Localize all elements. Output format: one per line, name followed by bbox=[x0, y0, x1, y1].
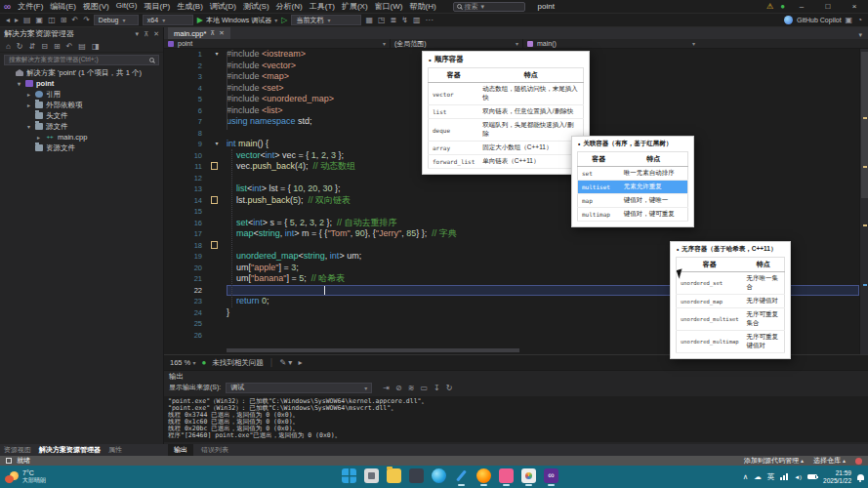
fold-margin[interactable] bbox=[207, 251, 227, 263]
table-row[interactable]: list双向链表，任意位置插入/删除快 bbox=[429, 105, 584, 119]
menu-item[interactable]: 文件(F) bbox=[18, 1, 43, 12]
volume-icon[interactable]: ◄) bbox=[794, 474, 802, 480]
vertical-scrollbar[interactable] bbox=[859, 49, 868, 354]
tree-item-资源文件[interactable]: 资源文件 bbox=[0, 142, 163, 153]
fold-margin[interactable] bbox=[207, 105, 227, 117]
pin-icon[interactable]: ⊼ bbox=[144, 30, 148, 38]
dark-app-icon[interactable] bbox=[409, 468, 424, 483]
table-row[interactable]: unordered_map无序键值对 bbox=[677, 295, 785, 308]
navigate-forward-icon[interactable]: ▸ bbox=[15, 16, 19, 25]
table-row[interactable]: forward_list单向链表（C++11） bbox=[429, 155, 584, 169]
weather-widget[interactable]: 7°C 大部晴朗 bbox=[0, 469, 46, 483]
project-dropdown[interactable]: point ▾ bbox=[164, 39, 391, 48]
redo-icon[interactable]: ↷ bbox=[83, 16, 90, 25]
pink-app-icon[interactable] bbox=[499, 468, 514, 483]
onedrive-icon[interactable]: ☁ bbox=[754, 472, 762, 482]
member-dropdown[interactable]: main() ▾ bbox=[523, 39, 699, 48]
fold-margin[interactable] bbox=[207, 150, 227, 162]
tab-overflow-icon[interactable]: ▾ bbox=[858, 31, 862, 39]
save-all-icon[interactable]: ⊞ bbox=[61, 16, 67, 25]
tree-item-外部依赖项[interactable]: ▸外部依赖项 bbox=[0, 100, 163, 110]
more-icon[interactable]: ⋯ bbox=[426, 16, 434, 25]
table-row[interactable]: unordered_multiset无序可重复集合 bbox=[677, 308, 785, 331]
output-log[interactable]: "point.exe"（Win32）: 已加载"C:\Windows\SysWO… bbox=[164, 396, 868, 442]
menu-item[interactable]: 扩展(X) bbox=[342, 1, 368, 12]
table-row[interactable]: multiset元素允许重复 bbox=[578, 181, 688, 194]
solution-explorer-search-input[interactable]: 搜索解决方案资源管理器(Ctrl+;) bbox=[4, 55, 159, 65]
table-row[interactable]: unordered_multimap无序可重复键值对 bbox=[677, 331, 785, 353]
live-share-icon[interactable]: ● bbox=[780, 2, 785, 11]
fold-margin[interactable] bbox=[207, 296, 227, 307]
breakpoints-icon[interactable]: ◳ bbox=[378, 16, 386, 25]
tab-属性[interactable]: 属性 bbox=[108, 445, 122, 455]
table-row[interactable]: array固定大小数组（C++11） bbox=[429, 142, 584, 155]
menu-item[interactable]: Git(G) bbox=[116, 1, 138, 12]
fold-margin[interactable] bbox=[207, 330, 227, 342]
share-icon[interactable]: ▣ bbox=[846, 16, 853, 25]
menu-item[interactable]: 生成(B) bbox=[177, 1, 203, 12]
table-row[interactable]: vector动态数组，随机访问快，末尾插入快 bbox=[429, 83, 584, 105]
fold-margin[interactable] bbox=[207, 83, 227, 95]
flash-icon[interactable]: ↯ bbox=[401, 16, 408, 25]
tab-资源视图[interactable]: 资源视图 bbox=[4, 445, 31, 455]
tree-expander-icon[interactable]: ▸ bbox=[35, 134, 42, 141]
wrap-icon[interactable]: ≋ bbox=[408, 384, 415, 392]
properties-icon[interactable]: ▤ bbox=[78, 42, 86, 51]
fold-margin[interactable] bbox=[207, 285, 227, 297]
tree-item-point[interactable]: ▾point bbox=[0, 78, 163, 89]
grid-icon[interactable]: ▥ bbox=[413, 16, 421, 25]
code-line-15[interactable]: 15 bbox=[164, 206, 859, 218]
pen-app-icon[interactable] bbox=[454, 468, 469, 483]
search-input[interactable]: 搜索 ▾ bbox=[453, 2, 525, 12]
tree-item-引用[interactable]: ▸引用 bbox=[0, 89, 163, 100]
table-row[interactable]: set唯一元素自动排序 bbox=[578, 167, 688, 181]
menu-item[interactable]: 视图(V) bbox=[83, 1, 109, 12]
minimize-button[interactable]: – bbox=[792, 2, 811, 11]
dock-icon[interactable]: ▾ bbox=[135, 30, 139, 38]
navigate-back-icon[interactable]: ◂ bbox=[6, 16, 10, 25]
refresh-icon[interactable]: ↻ bbox=[17, 42, 23, 51]
save-log-icon[interactable]: ↧ bbox=[434, 384, 440, 392]
start-debugging-button[interactable]: ▶ 本地 Windows 调试器 ▾ bbox=[197, 16, 277, 25]
file-explorer-icon[interactable] bbox=[387, 468, 401, 483]
menu-item[interactable]: 项目(P) bbox=[144, 1, 170, 12]
fold-margin[interactable] bbox=[207, 263, 227, 274]
close-tab-icon[interactable]: ✕ bbox=[219, 29, 224, 37]
edge-browser-icon[interactable] bbox=[432, 468, 446, 483]
menu-item[interactable]: 调试(D) bbox=[210, 1, 236, 12]
secondary-dropdown[interactable]: 当前文档▾ bbox=[291, 15, 361, 25]
fold-margin[interactable] bbox=[207, 128, 227, 140]
tree-item-头文件[interactable]: 头文件 bbox=[0, 110, 163, 121]
menu-item[interactable]: 编辑(E) bbox=[50, 1, 76, 12]
network-icon[interactable] bbox=[780, 473, 788, 480]
code-line-13[interactable]: 13 list<int> lst = { 10, 20, 30 }; bbox=[164, 183, 859, 195]
fold-margin[interactable] bbox=[207, 161, 227, 173]
add-to-source-control-button[interactable]: 添加到源代码管理 ▴ bbox=[744, 456, 804, 466]
table-row[interactable]: unordered_set无序唯一集合 bbox=[677, 272, 785, 295]
preview-icon[interactable]: ◨ bbox=[92, 42, 100, 51]
zoom-level-dropdown[interactable]: 165 % ▾ bbox=[170, 358, 195, 367]
fold-margin[interactable] bbox=[207, 116, 227, 128]
copilot-button[interactable]: GitHub Copilot ▣◔ bbox=[784, 16, 862, 25]
fold-margin[interactable]: ▾ bbox=[207, 49, 227, 61]
fold-margin[interactable] bbox=[207, 183, 227, 195]
fold-margin[interactable] bbox=[207, 206, 227, 218]
undo-icon[interactable]: ↶ bbox=[71, 16, 78, 25]
goto-icon[interactable]: ⇥ bbox=[383, 384, 390, 392]
platform-dropdown[interactable]: x64▾ bbox=[143, 15, 193, 25]
tree-expander-icon[interactable]: ▾ bbox=[16, 80, 22, 87]
select-repository-button[interactable]: 选择仓库 ▴ bbox=[813, 456, 846, 466]
pin-icon[interactable]: ⊼ bbox=[210, 29, 215, 37]
firefox-icon[interactable] bbox=[476, 468, 491, 483]
collapse-icon[interactable]: ▭ bbox=[420, 384, 428, 392]
close-button[interactable]: × bbox=[845, 2, 864, 11]
code-line-text[interactable]: lst.push_back(5); // 双向链表 bbox=[227, 195, 859, 207]
code-line-17[interactable]: 17 map<string, int> m = { {"Tom", 90}, {… bbox=[164, 228, 859, 240]
fold-margin[interactable] bbox=[207, 228, 227, 240]
menu-item[interactable]: 测试(S) bbox=[243, 1, 269, 12]
refresh-icon[interactable]: ↻ bbox=[446, 384, 453, 392]
menu-item[interactable]: 帮助(H) bbox=[410, 1, 436, 12]
menu-item[interactable]: 窗口(W) bbox=[375, 1, 403, 12]
close-icon[interactable]: ✕ bbox=[153, 30, 159, 38]
tree-item-源文件[interactable]: ▾源文件 bbox=[0, 121, 163, 132]
